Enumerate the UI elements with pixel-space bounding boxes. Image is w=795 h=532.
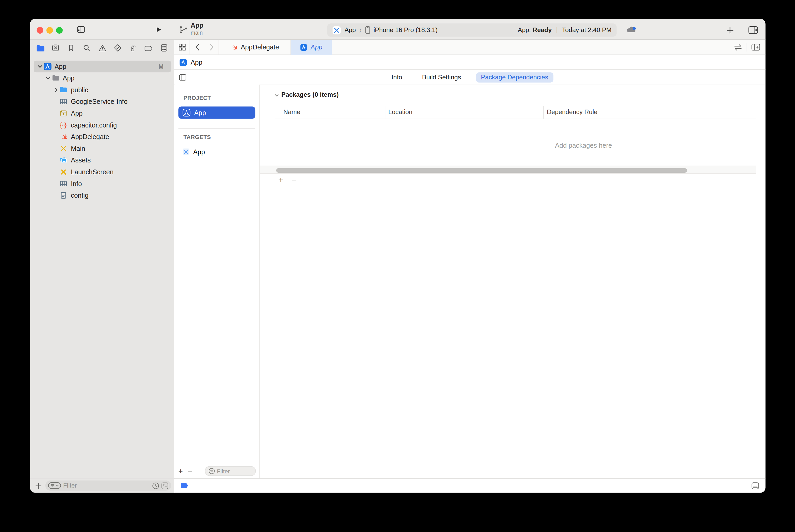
add-target-button[interactable]: + xyxy=(178,467,183,475)
tree-label: Assets xyxy=(71,156,91,164)
issues-navigator-tab[interactable] xyxy=(96,42,108,54)
navigator-filter-input[interactable] xyxy=(63,482,152,489)
remove-target-button[interactable]: − xyxy=(188,467,192,475)
project-navigator-tab[interactable] xyxy=(35,42,46,54)
tree-label: App xyxy=(71,110,82,117)
json-braces-icon: {} xyxy=(60,121,67,129)
cloud-icon xyxy=(626,25,637,34)
close-button[interactable] xyxy=(37,27,43,34)
project-section-header: PROJECT xyxy=(184,95,211,101)
tree-row-capacitor-config[interactable]: {} capacitor.config xyxy=(30,119,174,131)
add-toolbar-button[interactable] xyxy=(725,25,734,35)
tab-appdelegate[interactable]: AppDelegate xyxy=(219,39,290,55)
project-title: App xyxy=(191,21,204,29)
tree-row-appdelegate[interactable]: AppDelegate xyxy=(30,131,174,143)
add-package-button[interactable]: + xyxy=(278,175,283,186)
breakpoints-toggle-button[interactable] xyxy=(181,482,189,489)
navigator-filter-field[interactable] xyxy=(45,480,171,491)
scrollbar-thumb[interactable] xyxy=(276,168,687,172)
folder-icon xyxy=(60,86,67,94)
project-targets-panel: PROJECT App TARGETS App + − xyxy=(174,84,260,478)
source-control-navigator-tab[interactable] xyxy=(50,42,61,54)
plus-icon xyxy=(35,482,41,489)
tab-info[interactable]: Info xyxy=(386,72,407,82)
find-navigator-tab[interactable] xyxy=(81,42,92,54)
panel-filter-field[interactable] xyxy=(205,466,256,476)
minimize-button[interactable] xyxy=(46,27,53,34)
jumpbar-item[interactable]: App xyxy=(191,58,203,66)
column-dependency-rule[interactable]: Dependency Rule xyxy=(547,109,598,116)
column-divider[interactable] xyxy=(543,106,544,118)
go-forward-button[interactable] xyxy=(204,39,219,55)
editor-tab-bar: AppDelegate App xyxy=(174,40,765,55)
related-items-button[interactable] xyxy=(174,39,190,55)
tree-label: App xyxy=(54,62,66,70)
bookmarks-navigator-tab[interactable] xyxy=(66,42,77,54)
toggle-inspector-button[interactable] xyxy=(748,25,759,35)
tab-app[interactable]: App xyxy=(291,39,332,55)
tree-row-googleservice-info[interactable]: GoogleService-Info xyxy=(30,96,174,108)
appstore-icon xyxy=(301,44,308,51)
scheme-status-pill[interactable]: App 〉 iPhone 16 Pro (18.3.1) App: Ready … xyxy=(327,23,617,37)
tree-label: Info xyxy=(71,180,82,187)
test-diamond-icon xyxy=(114,44,122,52)
section-chevron-icon[interactable] xyxy=(274,93,279,98)
grid-icon xyxy=(178,43,186,51)
tests-navigator-tab[interactable] xyxy=(112,42,123,54)
horizontal-scrollbar[interactable] xyxy=(260,166,756,174)
cloud-sync-button[interactable] xyxy=(625,25,638,34)
chevron-right-icon xyxy=(209,43,214,51)
swap-arrows-icon xyxy=(733,44,742,51)
filter-options-icon[interactable] xyxy=(48,482,61,489)
panel-filter-input[interactable] xyxy=(217,468,252,474)
breakpoint-tag-icon xyxy=(144,45,153,51)
go-back-button[interactable] xyxy=(190,39,204,55)
tree-row-launchscreen[interactable]: LaunchScreen xyxy=(30,166,174,178)
tree-row-main-storyboard[interactable]: Main xyxy=(30,143,174,155)
tree-row-assets[interactable]: Assets xyxy=(30,154,174,166)
tree-row-public[interactable]: public xyxy=(30,84,174,96)
inspector-toggle-icon xyxy=(748,25,758,34)
target-item-app[interactable]: App xyxy=(178,146,255,158)
toggle-debug-area-button[interactable] xyxy=(751,482,759,490)
column-location[interactable]: Location xyxy=(388,109,413,116)
status-state: Ready xyxy=(533,26,552,34)
project-item-app[interactable]: App xyxy=(178,107,255,119)
remove-package-button[interactable]: − xyxy=(291,175,297,186)
tree-label: App xyxy=(62,74,74,82)
recents-clock-icon[interactable] xyxy=(152,482,159,489)
plist-icon xyxy=(60,180,67,187)
tree-row-folder[interactable]: App xyxy=(30,72,174,84)
zoom-button[interactable] xyxy=(56,27,62,34)
target-app-icon xyxy=(332,26,341,34)
branch-icon xyxy=(178,25,188,34)
add-editor-button[interactable] xyxy=(751,43,760,51)
tab-package-dependencies[interactable]: Package Dependencies xyxy=(476,72,553,82)
column-name[interactable]: Name xyxy=(283,109,301,116)
code-review-button[interactable] xyxy=(733,44,742,51)
tree-row-project[interactable]: App M xyxy=(30,61,174,73)
tree-row-info-plist[interactable]: Info xyxy=(30,178,174,190)
toggle-navigator-button[interactable] xyxy=(76,24,86,35)
chevron-down-icon[interactable] xyxy=(37,63,43,69)
tree-label: AppDelegate xyxy=(71,133,109,140)
reports-navigator-tab[interactable] xyxy=(158,42,170,54)
chevron-right-icon[interactable] xyxy=(54,87,59,93)
breakpoints-navigator-tab[interactable] xyxy=(143,42,154,54)
add-editor-icon xyxy=(751,43,760,51)
chevron-down-icon[interactable] xyxy=(45,75,51,81)
run-button[interactable] xyxy=(154,25,163,34)
xcode-window: App main App 〉 iPhone 16 Pro (18.3.1) Ap… xyxy=(30,19,765,493)
divider xyxy=(275,119,756,119)
debug-navigator-tab[interactable] xyxy=(128,42,139,54)
add-file-button[interactable] xyxy=(33,480,43,491)
source-control-branch[interactable] xyxy=(178,24,188,35)
tree-row-config[interactable]: config xyxy=(30,190,174,201)
tree-row-entitlements[interactable]: App xyxy=(30,108,174,119)
target-icon xyxy=(183,148,190,155)
column-divider[interactable] xyxy=(385,106,385,118)
project-item-label: App xyxy=(194,109,206,116)
changes-filter-icon[interactable] xyxy=(161,482,169,489)
tab-build-settings[interactable]: Build Settings xyxy=(417,72,466,82)
svg-text:{: { xyxy=(60,122,62,129)
